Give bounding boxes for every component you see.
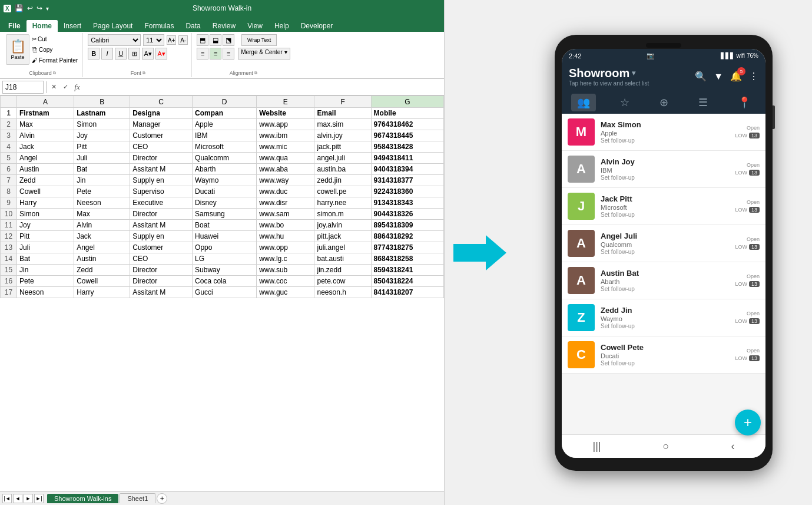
nav-tab-filter[interactable]: ☰ [692,94,714,111]
cell[interactable]: Harry [17,197,74,209]
ribbon-tab-developer[interactable]: Developer [295,20,339,32]
cell[interactable]: 9134318343 [371,197,443,209]
merge-center-button[interactable]: Merge & Center ▾ [238,48,290,60]
formula-insert-function-icon[interactable]: fx [72,82,82,92]
font-expand-icon[interactable]: ⧉ [142,71,145,75]
cell[interactable]: Director [130,153,193,164]
fab-add-button[interactable]: + [735,410,761,435]
col-header-d[interactable]: D [193,96,257,108]
cell[interactable]: Samsung [193,209,257,220]
cell[interactable]: 8684318258 [371,253,443,265]
cell[interactable]: jack.pitt [314,141,371,153]
cell[interactable]: www.coc [257,276,314,287]
cell[interactable]: www.opp [257,242,314,253]
cell[interactable]: 9584318428 [371,141,443,153]
cell[interactable]: Jin [17,265,74,276]
add-sheet-button[interactable]: + [157,493,167,504]
col-header-e[interactable]: E [257,96,314,108]
italic-button[interactable]: I [101,48,113,60]
cell[interactable]: Pitt [17,231,74,242]
cell[interactable]: joy.alvin [314,220,371,231]
cell[interactable]: Lastnam [74,108,130,119]
bottom-nav-menu-icon[interactable]: ||| [593,440,601,453]
cell[interactable]: Pete [74,186,130,197]
cell[interactable]: www.aba [257,164,314,175]
cell[interactable]: Austin [17,164,74,175]
cell[interactable]: zedd.jin [314,175,371,186]
cell[interactable]: Zedd [74,265,130,276]
cell[interactable]: 8594318241 [371,265,443,276]
alignment-expand-icon[interactable]: ⧉ [254,71,257,75]
cell[interactable]: juli.angel [314,242,371,253]
cell[interactable]: Website [257,108,314,119]
cell[interactable]: Neeson [74,197,130,209]
cell[interactable]: 9404318394 [371,164,443,175]
cell[interactable]: Assitant M [130,220,193,231]
ribbon-tab-formulas[interactable]: Formulas [138,20,180,32]
nav-tab-hierarchy[interactable]: ⊕ [654,94,674,111]
cell[interactable]: max.sim [314,119,371,130]
font-size-select[interactable]: 11 [143,34,164,46]
cell[interactable]: Angel [74,242,130,253]
cell[interactable]: Assitant M [130,164,193,175]
ribbon-tab-review[interactable]: Review [207,20,241,32]
cell[interactable]: angel.juli [314,153,371,164]
cell[interactable]: Email [314,108,371,119]
cell[interactable]: Director [130,265,193,276]
cut-button[interactable]: ✂ Cut [31,34,79,44]
cell[interactable]: Qualcomm [193,153,257,164]
cell[interactable]: www.sub [257,265,314,276]
cell[interactable]: Gucci [193,287,257,298]
ribbon-tab-home[interactable]: Home [26,20,58,32]
cell[interactable]: Joy [17,220,74,231]
cell[interactable]: www.way [257,175,314,186]
cell[interactable]: Ducati [193,186,257,197]
paste-button[interactable]: 📋 Paste [6,34,29,65]
col-header-a[interactable]: A [17,96,74,108]
cell[interactable]: Manager [130,119,193,130]
cell-reference-input[interactable] [2,81,44,94]
cell[interactable]: 8774318275 [371,242,443,253]
formula-confirm-icon[interactable]: ✓ [61,82,70,92]
cell[interactable]: Coca cola [193,276,257,287]
cell[interactable]: Compan [193,108,257,119]
list-item[interactable]: A Austin Bat Abarth Set follow-up Open L… [562,262,765,299]
sheet-nav-last-button[interactable]: ►| [34,494,44,503]
cell[interactable]: Jack [74,231,130,242]
cell[interactable]: www.lg.c [257,253,314,265]
formula-input[interactable] [84,81,442,94]
cell[interactable]: bat.austi [314,253,371,265]
cell[interactable]: www.ibm [257,130,314,141]
cell[interactable]: jin.zedd [314,265,371,276]
notification-icon[interactable]: 🔔 5 [730,71,742,82]
cell[interactable]: Austin [74,253,130,265]
ribbon-tab-insert[interactable]: Insert [58,20,87,32]
cell[interactable]: harry.nee [314,197,371,209]
cell[interactable]: Alvin [17,130,74,141]
cell[interactable]: Simon [74,119,130,130]
cell[interactable]: Director [130,276,193,287]
cell[interactable]: Pitt [74,141,130,153]
cell[interactable]: 8504318224 [371,276,443,287]
align-middle-button[interactable]: ⬓ [210,34,221,46]
sheet-nav-prev-button[interactable]: ◄ [13,494,22,503]
app-title-dropdown-icon[interactable]: ▾ [632,69,635,77]
list-item[interactable]: A Alvin Joy IBM Set follow-up Open LOW 1… [562,151,765,188]
cell[interactable]: Disney [193,197,257,209]
align-center-button[interactable]: ≡ [210,48,221,60]
cell[interactable]: Supply en [130,231,193,242]
wrap-text-button[interactable]: Wrap Text [241,34,277,46]
sheet-tab-sheet1[interactable]: Sheet1 [120,493,155,503]
cell[interactable]: Apple [193,119,257,130]
list-item[interactable]: M Max Simon Apple Set follow-up Open LOW… [562,114,765,151]
cell[interactable]: IBM [193,130,257,141]
cell[interactable]: 9224318360 [371,186,443,197]
list-item[interactable]: A Angel Juli Qualcomm Set follow-up Open… [562,225,765,262]
cell[interactable]: Mobile [371,108,443,119]
col-header-c[interactable]: C [130,96,193,108]
more-options-icon[interactable]: ⋮ [749,71,758,82]
qat-save-icon[interactable]: 💾 [15,4,24,12]
border-button[interactable]: ⊞ [128,48,140,60]
cell[interactable]: www.disr [257,197,314,209]
cell[interactable]: www.guc [257,287,314,298]
